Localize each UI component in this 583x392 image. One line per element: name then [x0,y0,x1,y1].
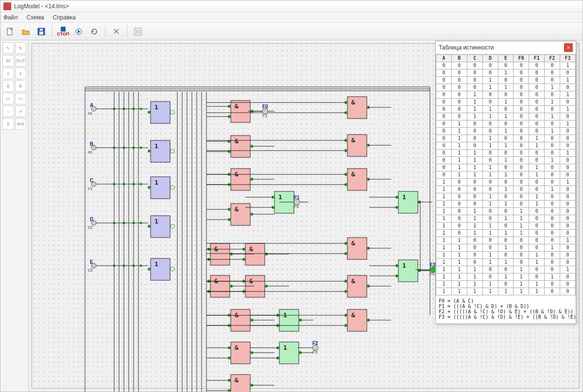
svg-rect-109 [210,243,230,265]
svg-point-80 [171,186,174,189]
svg-point-271 [294,199,300,205]
svg-text:1: 1 [283,344,287,351]
svg-text:&: & [351,99,355,106]
out-terminal-icon[interactable]: OUT [15,55,27,67]
svg-point-34 [91,182,96,187]
svg-text:пс: пс [88,150,93,154]
svg-rect-104 [231,204,250,225]
svg-rect-144 [347,97,367,119]
svg-text:1: 1 [154,218,158,225]
svg-text:c2: c2 [88,225,93,230]
svg-point-26 [91,145,96,150]
svg-point-275 [312,345,318,351]
svg-point-42 [91,221,96,225]
app-icon [3,2,11,10]
svg-text:&: & [235,205,239,213]
svg-rect-194 [398,260,418,282]
svg-point-75 [148,150,151,153]
svg-rect-89 [231,101,250,122]
menu-file[interactable]: Файл [3,14,18,21]
in-terminal-icon[interactable]: IN [2,55,14,67]
svg-text:1: 1 [154,142,158,150]
cursor-icon[interactable]: ↖ [2,42,14,54]
svg-rect-139 [231,375,250,392]
step-icon[interactable] [72,25,86,38]
svg-text:1: 1 [154,260,158,268]
svg-text:&: & [249,245,253,253]
svg-text:&: & [351,136,355,144]
svg-rect-134 [231,342,250,364]
delete-icon[interactable]: ✕ [109,25,123,38]
svg-point-84 [171,224,174,228]
svg-rect-189 [398,191,418,213]
source-icon[interactable]: ↓ [2,105,14,117]
svg-text:ск: ск [88,111,92,116]
svg-rect-77 [151,177,170,199]
not-gate-icon[interactable]: 1 [2,68,14,79]
list-icon[interactable] [131,25,145,38]
truth-table: ABCDEF0F1F2F3 00000000100001000000010000… [436,54,576,295]
svg-point-50 [91,263,96,268]
window-title: LogModel - <14.lms> [14,3,69,10]
svg-rect-184 [279,342,299,364]
svg-rect-159 [347,238,367,259]
svg-rect-164 [347,275,367,297]
truth-table-title: Таблица истинности [439,44,494,51]
palette: ↖↯ INOUT 11 && ▭▭ ↓⏚ 8text [0,40,29,392]
svg-text:&: & [351,311,355,319]
svg-point-23 [140,108,142,110]
svg-text:&: & [351,170,355,178]
wire-icon[interactable]: ↯ [15,42,27,54]
and-gate-icon[interactable]: & [2,80,14,92]
ground-icon[interactable]: ⏚ [15,105,27,117]
svg-point-18 [91,106,96,111]
menu-help[interactable]: Справка [53,14,76,21]
open-file-icon[interactable] [19,25,33,38]
menu-scheme[interactable]: Схема [27,14,44,21]
svg-point-88 [171,267,174,271]
svg-point-72 [171,110,174,114]
menubar: Файл Схема Справка [0,12,583,23]
svg-rect-149 [347,135,367,156]
trigger-icon[interactable]: ▭ [15,93,27,104]
svg-rect-85 [151,258,170,280]
svg-text:&: & [351,277,355,285]
display-icon[interactable]: 8 [2,118,14,130]
svg-text:1: 1 [402,193,406,201]
svg-text:&: & [351,239,355,247]
refresh-icon[interactable] [87,25,101,38]
svg-text:&: & [235,137,239,145]
svg-rect-169 [347,309,367,331]
svg-point-39 [140,183,142,186]
svg-text:&: & [235,376,239,384]
svg-point-31 [140,147,142,149]
toolbar: СТОП ✕ [0,23,583,40]
save-icon[interactable] [34,25,48,38]
svg-point-55 [140,265,142,267]
svg-point-47 [140,222,142,224]
svg-rect-69 [151,102,170,123]
svg-point-87 [148,268,151,271]
text-icon[interactable]: text [15,118,27,130]
stop-button[interactable]: СТОП [56,25,70,38]
truth-table-window[interactable]: Таблица истинности × ABCDEF0F1F2F3 00000… [435,41,576,324]
buffer-icon[interactable]: ▭ [2,93,14,104]
svg-text:c3: c3 [88,268,93,273]
svg-rect-119 [210,275,230,297]
svg-point-267 [262,108,268,114]
close-icon[interactable]: × [564,43,573,52]
svg-point-83 [148,225,151,228]
or-gate-icon[interactable]: 1 [15,68,27,79]
svg-rect-81 [151,216,170,238]
svg-rect-2 [39,32,43,34]
svg-text:&: & [235,344,239,351]
svg-text:c1: c1 [88,186,93,191]
new-file-icon[interactable] [3,25,17,38]
svg-text:1: 1 [278,193,282,201]
nand-gate-icon[interactable]: & [15,80,27,92]
svg-point-71 [148,111,151,114]
svg-rect-73 [151,140,170,162]
svg-point-79 [148,186,151,189]
svg-text:1: 1 [402,262,406,269]
svg-rect-3 [40,29,43,31]
